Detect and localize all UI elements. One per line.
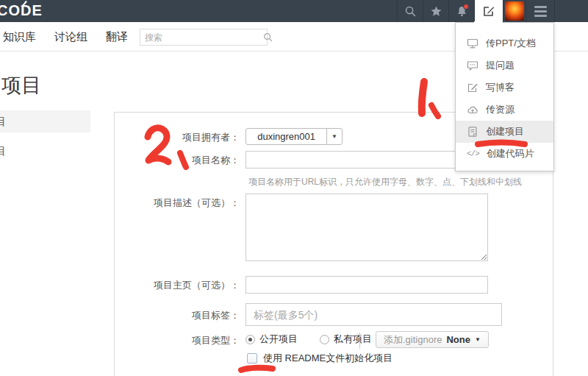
code-icon: </>: [467, 149, 479, 158]
handwritten-1: [422, 82, 424, 113]
navbar-notifications-button[interactable]: [448, 0, 474, 22]
project-owner-select[interactable]: duxingren001 ▼: [245, 128, 343, 145]
readme-checkbox[interactable]: [247, 353, 257, 363]
navbar-avatar-button[interactable]: [503, 0, 526, 22]
user-avatar: [505, 1, 524, 21]
chevron-down-icon: ▼: [326, 129, 342, 144]
comment-icon: [467, 60, 478, 71]
notification-dot: [463, 4, 469, 10]
sidebar-item-new-project[interactable]: 目: [0, 110, 90, 132]
project-description-row: 项目描述（可选）：: [115, 194, 553, 261]
project-name-label: 项目名称：: [115, 151, 245, 167]
radio-unselected-icon: [320, 335, 329, 344]
rocket-icon: [20, 0, 29, 7]
project-type-row: 项目类型： 公开项目 私有项目 添加.gitignore None ▼: [115, 333, 553, 347]
navbar-search-button[interactable]: [397, 0, 423, 22]
divider: [359, 333, 360, 349]
subnav-item-translate[interactable]: 翻译: [106, 30, 128, 44]
menu-item-create-snippet[interactable]: </> 创建代码片: [456, 143, 553, 165]
project-description-label: 项目描述（可选）：: [115, 194, 245, 210]
readme-init-row: 使用 README文件初始化项目: [247, 352, 392, 365]
page-title: 项目: [1, 72, 41, 99]
compose-dropdown-menu: 传PPT/文档 提问题 写博客 传资源 创建项目 </>: [455, 22, 554, 171]
navbar-hamburger-button[interactable]: [526, 0, 555, 22]
project-owner-value: duxingren001: [246, 129, 326, 144]
search-icon: [404, 5, 417, 18]
menu-item-write-blog[interactable]: 写博客: [456, 77, 553, 99]
menu-item-upload-resource[interactable]: 传资源: [456, 99, 553, 121]
compose-icon: [482, 4, 495, 18]
top-navbar: CODE: [0, 0, 588, 22]
radio-selected-icon: [245, 335, 255, 344]
radio-private-project[interactable]: 私有项目: [320, 333, 372, 346]
navbar-star-button[interactable]: [423, 0, 448, 22]
star-icon: [430, 5, 442, 18]
project-tags-row: 项目标签：: [115, 303, 553, 326]
readme-checkbox-label: 使用 README文件初始化项目: [263, 352, 392, 365]
project-tags-input[interactable]: [245, 303, 502, 326]
search-icon: [263, 32, 273, 42]
radio-public-project[interactable]: 公开项目: [245, 333, 298, 346]
monitor-icon: [467, 38, 478, 49]
chevron-down-icon: ▼: [475, 336, 481, 343]
menu-item-upload-ppt-doc[interactable]: 传PPT/文档: [456, 32, 553, 54]
subnav-search-box: [140, 29, 268, 46]
search-input[interactable]: [140, 32, 263, 43]
hamburger-menu-icon: [534, 6, 547, 17]
project-description-textarea[interactable]: [245, 194, 488, 261]
project-owner-label: 项目拥有者：: [115, 128, 245, 144]
edit-icon: [467, 82, 478, 93]
menu-item-create-project[interactable]: 创建项目: [456, 121, 553, 143]
subnav-item-discuss[interactable]: 讨论组: [54, 30, 87, 44]
project-name-help-text: 项目名称用于URL标识，只允许使用字母、数字、点、下划线和中划线: [248, 176, 522, 188]
add-gitignore-dropdown[interactable]: 添加.gitignore None ▼: [376, 331, 489, 348]
menu-item-ask-question[interactable]: 提问题: [456, 54, 553, 77]
project-homepage-input[interactable]: [245, 276, 488, 294]
project-homepage-row: 项目主页（可选）：: [115, 276, 553, 294]
project-tags-label: 项目标签：: [115, 303, 245, 322]
dropdown-connector: [474, 21, 502, 24]
project-type-label: 项目类型：: [115, 333, 245, 347]
sidebar-item-import-project[interactable]: 目: [0, 140, 90, 162]
cloud-upload-icon: [467, 104, 478, 116]
subnav-item-knowledge[interactable]: 知识库: [3, 30, 36, 44]
project-homepage-label: 项目主页（可选）：: [115, 276, 245, 292]
navbar-compose-button[interactable]: [474, 0, 503, 22]
document-icon: [467, 126, 478, 138]
